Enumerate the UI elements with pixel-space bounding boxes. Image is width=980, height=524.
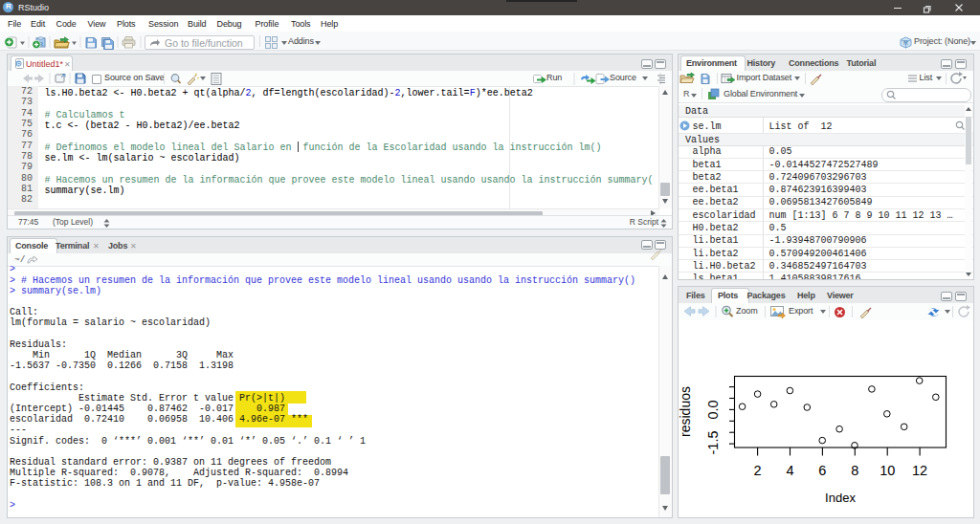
svg-text:2: 2 <box>754 463 762 478</box>
svg-text:6: 6 <box>818 463 826 478</box>
svg-text:12: 12 <box>912 463 927 478</box>
svg-text:residuos: residuos <box>678 386 693 437</box>
svg-text:R: R <box>17 61 22 67</box>
svg-text:0.0: 0.0 <box>705 400 721 419</box>
svg-text:8: 8 <box>851 463 858 478</box>
svg-text:4: 4 <box>786 463 793 478</box>
svg-text:10: 10 <box>880 463 895 478</box>
svg-text:-1.5: -1.5 <box>705 431 721 455</box>
svg-text:R: R <box>903 39 908 46</box>
svg-text:Index: Index <box>825 491 856 505</box>
